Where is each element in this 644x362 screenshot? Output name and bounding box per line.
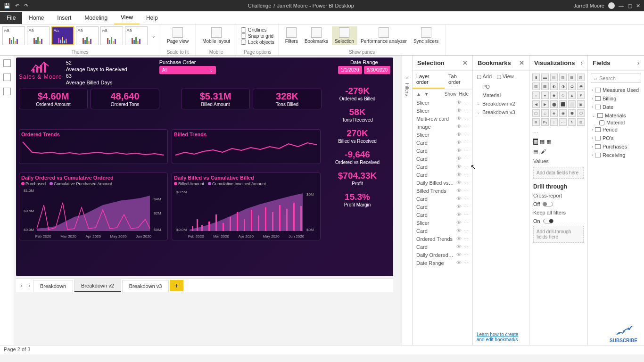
card-billed-amount[interactable]: $5.31MBilled Amount (181, 89, 250, 109)
report-canvas[interactable]: Sales & Moore 52 Average Days to Receive… (16, 58, 393, 276)
tab-view[interactable]: View (114, 11, 140, 25)
close-icon[interactable]: ✕ (519, 59, 524, 66)
date-range-slicer[interactable]: Date Range 1/1/2020 6/30/2020 (338, 59, 390, 74)
bookmark-item[interactable]: ⌄Breakdown v3 (473, 108, 529, 116)
visual-type-icon[interactable]: ⬛ (559, 100, 567, 108)
card-ordered-tons[interactable]: 48,640Ordered Tons (91, 89, 159, 109)
visual-type-icon[interactable]: ▲ (568, 91, 576, 99)
tab-help[interactable]: Help (140, 12, 165, 24)
selection-item[interactable]: Daily Billed vs Cumul...👁⋯ (413, 179, 472, 187)
selection-item[interactable]: Slicer👁⋯ (413, 219, 472, 227)
selection-item[interactable]: Card👁⋯ (413, 139, 472, 147)
selection-item[interactable]: Multi-row card👁⋯ (413, 115, 472, 123)
gridlines-checkbox[interactable]: Gridlines (241, 27, 274, 33)
card-ordered-vs-billed[interactable]: -279KOrdered vs Billed (324, 84, 390, 103)
selection-item[interactable]: Daily Ordered vs Cu...👁⋯ (413, 251, 472, 259)
card-profit-margin[interactable]: 15.3%Profit Margin (324, 190, 390, 209)
selection-item[interactable]: Card👁⋯ (413, 171, 472, 179)
add-page-button[interactable]: + (170, 280, 183, 291)
visual-type-icon[interactable]: ▬ (541, 74, 549, 81)
page-tab[interactable]: Breakdown (33, 280, 73, 292)
fields-search[interactable]: ⌕Search (591, 74, 641, 83)
visual-type-icon[interactable]: ▼ (577, 91, 585, 99)
selection-item[interactable]: Ordered Trends👁⋯ (413, 235, 472, 243)
perf-analyzer-button[interactable]: Performance analyzer (358, 26, 410, 45)
selection-item[interactable]: Card👁⋯ (413, 195, 472, 203)
visual-type-icon[interactable]: ◐ (550, 82, 558, 90)
close-icon[interactable]: ✕ (462, 59, 468, 66)
visual-type-icon[interactable]: ◈ (550, 109, 558, 117)
selection-item[interactable]: Image👁⋯ (413, 123, 472, 131)
subscribe-badge[interactable]: SUBSCRIBE (610, 323, 637, 343)
themes-dropdown-icon[interactable]: ⌄ (149, 33, 158, 39)
sync-slicers-button[interactable]: Sync slicers (411, 26, 441, 45)
visual-type-icon[interactable]: ◑ (559, 82, 567, 90)
card-tons-billed[interactable]: 328KTons Billed (253, 89, 322, 109)
bookmarks-pane-button[interactable]: Bookmarks (302, 26, 331, 45)
visual-type-icon[interactable]: R (532, 118, 540, 126)
fields-table[interactable]: ›Receiving (588, 151, 644, 159)
visual-type-icon[interactable]: ⬢ (568, 109, 576, 117)
drill-through-well[interactable]: Add drill-through fields here (533, 226, 584, 243)
maximize-icon[interactable]: ▢ (627, 3, 632, 9)
redo-icon[interactable]: ↷ (24, 3, 28, 9)
visual-type-icon[interactable]: ▨ (532, 82, 540, 90)
visual-type-icon[interactable]: ▮ (532, 74, 540, 81)
fields-table[interactable]: ›PO's (588, 134, 644, 142)
card-ordered-amount[interactable]: $4.60MOrdered Amount (19, 89, 88, 109)
cross-report-toggle[interactable]: Off (529, 200, 587, 208)
visual-type-icon[interactable]: ◇ (559, 91, 567, 99)
chart-ordered-trends[interactable]: Ordered Trends (19, 129, 168, 164)
visual-type-icon[interactable]: ↻ (568, 118, 576, 126)
visual-type-icon[interactable]: ▦ (568, 74, 576, 81)
visual-type-icon[interactable]: ▶ (541, 100, 549, 108)
visual-type-icon[interactable]: ◀ (532, 100, 540, 108)
avatar-icon[interactable] (608, 2, 615, 9)
card-billed-vs-received[interactable]: 270KBilled vs Received (324, 126, 390, 146)
page-tab[interactable]: Breakdown v2 (74, 280, 121, 292)
values-well[interactable]: Add data fields here (533, 167, 584, 179)
user-name[interactable]: Jarrett Moore (574, 3, 604, 8)
chart-billed-trends[interactable]: Billed Trends (172, 129, 321, 164)
theme-gallery[interactable]: Aa Aa Aa Aa Aa Aa ⌄ (2, 26, 158, 45)
selection-item[interactable]: Card👁⋯ (413, 203, 472, 211)
selection-item[interactable]: Card👁⋯ (413, 227, 472, 235)
selection-item[interactable]: Card👁⋯ (413, 243, 472, 251)
chart-daily-billed[interactable]: Daily Billed vs Cumulative Billed Billed… (172, 173, 321, 240)
file-menu[interactable]: File (0, 12, 22, 24)
visual-type-icon[interactable]: ○ (532, 91, 540, 99)
chart-daily-ordered[interactable]: Daily Ordered vs Cumulative Ordered Purc… (19, 173, 168, 240)
fields-table[interactable]: ⌄Materials (588, 111, 644, 120)
page-next-icon[interactable]: › (25, 280, 33, 291)
selection-pane-button[interactable]: Selection (332, 26, 357, 45)
show-all-button[interactable]: Show (445, 91, 456, 97)
save-icon[interactable]: 💾 (4, 3, 10, 9)
visual-type-icon[interactable]: ▣ (577, 100, 585, 108)
visual-type-icon[interactable]: Py (541, 118, 549, 126)
close-icon[interactable]: ✕ (636, 3, 640, 9)
layer-order-tab[interactable]: Layer order (413, 71, 445, 89)
fields-table[interactable]: ›Purchases (588, 142, 644, 151)
fields-table[interactable]: ›Billing (588, 94, 644, 103)
visual-type-icon[interactable]: ◒ (568, 82, 576, 90)
visual-type-icon[interactable]: ▧ (577, 74, 585, 81)
selection-item[interactable]: Billed Trends👁⋯ (413, 187, 472, 195)
selection-item[interactable]: Card👁⋯ (413, 155, 472, 163)
visual-type-icon[interactable]: ▤ (550, 74, 558, 81)
hide-all-button[interactable]: Hide (459, 91, 469, 97)
visual-type-icon[interactable]: ⋮ (550, 118, 558, 126)
bookmark-item[interactable]: ⌄Breakdown v2 (473, 99, 529, 108)
selection-item[interactable]: Date Range👁⋯ (413, 259, 472, 267)
visual-type-icon[interactable]: ⬜ (568, 100, 576, 108)
visual-type-icon[interactable]: ▢ (532, 109, 540, 117)
fields-icon[interactable]: ▤ (533, 148, 538, 155)
analytics-tab-icon[interactable]: ▦ (546, 139, 551, 145)
fields-table[interactable]: ›Measures Used (588, 86, 644, 94)
visual-type-icon[interactable]: ◓ (577, 82, 585, 90)
reorder-arrows[interactable]: ▲ ▼ (416, 91, 430, 97)
tab-modeling[interactable]: Modeling (78, 12, 114, 24)
filters-pane-button[interactable]: Filters (282, 26, 301, 45)
undo-icon[interactable]: ↶ (15, 3, 19, 9)
visual-type-icon[interactable]: ⊞ (577, 118, 585, 126)
minimize-icon[interactable]: — (619, 3, 624, 8)
